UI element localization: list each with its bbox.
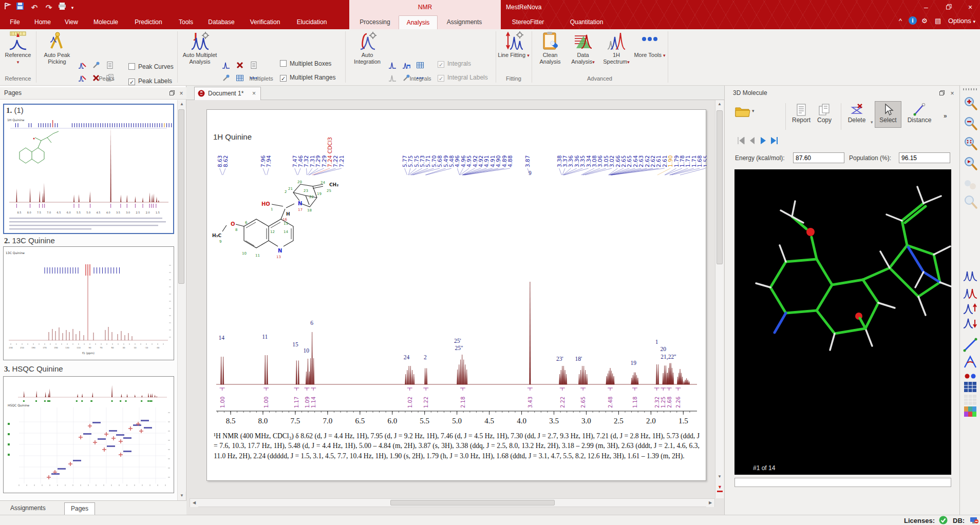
checkbox-multiplet-boxes[interactable]: Multiplet Boxes	[280, 60, 331, 69]
open-dropdown-icon[interactable]: ▾	[752, 108, 755, 113]
angle-measure-icon[interactable]	[963, 354, 978, 370]
panel-tab-assignments[interactable]: Assignments	[4, 502, 52, 515]
peak-up-icon[interactable]	[963, 301, 978, 317]
spectrum-superimpose-icon[interactable]	[963, 268, 978, 284]
float-panel-icon[interactable]	[168, 90, 176, 97]
delete-dropdown-icon[interactable]: ▾	[871, 120, 873, 125]
scroll-down-icon[interactable]: ▼	[178, 492, 186, 500]
toolbar-overflow-icon[interactable]: »	[944, 112, 947, 120]
spectrum-stack-icon[interactable]	[963, 286, 978, 301]
checkbox-peak-curves[interactable]: Peak Curves	[128, 63, 174, 72]
molecule-structure[interactable]: HO1H16N17220212223191824CH₂25O8H₃C9N1312…	[208, 179, 362, 271]
delete-multiplets-icon[interactable]	[236, 61, 247, 72]
clean-analysis-button[interactable]: Clean Analysis	[534, 31, 566, 65]
tab-prediction[interactable]: Prediction	[127, 15, 169, 29]
distance-measure-icon[interactable]	[963, 337, 978, 353]
zoom-in-icon[interactable]	[963, 95, 978, 111]
collapse-ribbon-icon[interactable]: ^	[899, 17, 902, 25]
scroll-up-icon[interactable]: ▲	[715, 100, 724, 108]
document-log-icon[interactable]: ▤	[935, 17, 941, 25]
options-menu[interactable]: Options ▾	[948, 17, 975, 25]
print-icon[interactable]	[56, 2, 68, 13]
scroll-left-icon[interactable]: ◀	[190, 499, 198, 507]
delete-button[interactable]: Delete ▾	[842, 103, 872, 124]
auto-integration-button[interactable]: Auto Integration	[348, 31, 386, 65]
tab-processing[interactable]: Processing	[353, 15, 397, 29]
zoom-previous-icon[interactable]	[963, 155, 978, 171]
document-canvas[interactable]: 1H Quinine 8.58.07.57.06.56.05.55.04.54.…	[186, 100, 715, 498]
tab-verification[interactable]: Verification	[242, 15, 288, 29]
tab-database[interactable]: Database	[202, 15, 240, 29]
more-tools-button[interactable]: More Tools ▾	[634, 31, 666, 59]
atom-pair-icon[interactable]	[963, 177, 978, 192]
color-grid-icon[interactable]	[963, 404, 978, 419]
page-thumbnail-2[interactable]: 13C Quinine23021019017015013011090705030…	[3, 246, 174, 360]
manual-integral-icon[interactable]	[388, 61, 400, 72]
scroll-down-icon[interactable]: ▼	[715, 473, 724, 481]
settings-gear-icon[interactable]: ⚙	[921, 17, 928, 25]
document-vertical-scrollbar[interactable]: ▲ ▼ ▼	[715, 100, 724, 498]
tab-home[interactable]: Home	[29, 15, 56, 29]
checkbox-box[interactable]: ✓	[438, 61, 444, 68]
checkbox-integrals[interactable]: ✓Integrals	[438, 60, 471, 69]
copy-button[interactable]: Copy	[811, 103, 838, 124]
tab-analysis[interactable]: Analysis	[399, 15, 438, 29]
tab-assignments[interactable]: Assignments	[440, 15, 489, 29]
auto-peak-picking-button[interactable]: Auto Peak Picking	[38, 31, 76, 65]
page-thumbnail-1[interactable]: 1. (1) 1H Quinine8.58.07.57.06.56.05.55.…	[3, 104, 174, 234]
close-button[interactable]: ×	[962, 1, 979, 13]
select-button[interactable]: Select	[875, 101, 901, 128]
data-analysis-button[interactable]: Data Analysis▾	[567, 31, 599, 66]
peak-down-icon[interactable]	[963, 316, 978, 331]
close-document-icon[interactable]: ×	[252, 90, 256, 97]
print-dropdown-icon[interactable]: ▾	[67, 2, 78, 13]
page-fit-button[interactable]: ▼	[716, 483, 724, 497]
molecule-3d-viewport[interactable]: #1 of 14	[734, 169, 951, 475]
panel-tab-pages[interactable]: Pages	[64, 502, 95, 515]
tab-tools[interactable]: Tools	[172, 15, 200, 29]
tab-molecule[interactable]: Molecule	[86, 15, 125, 29]
save-integrals-icon[interactable]	[402, 61, 413, 72]
document-tab[interactable]: Document 1* ×	[194, 87, 261, 100]
page-thumbnail-3[interactable]: HSQC Quinine	[3, 376, 174, 493]
scroll-up-icon[interactable]: ▲	[178, 100, 186, 108]
population-field[interactable]	[899, 152, 950, 163]
undo-icon[interactable]: ↶	[29, 2, 40, 13]
close-panel-icon[interactable]: ×	[949, 90, 956, 97]
auto-multiplet-button[interactable]: J Auto Multiplet Analysis	[180, 31, 220, 65]
peak-tools-icon[interactable]	[92, 61, 103, 72]
tab-view[interactable]: View	[59, 15, 84, 29]
restore-button[interactable]	[940, 1, 957, 13]
tab-elucidation[interactable]: Elucidation	[290, 15, 334, 29]
peak-by-peak-icon[interactable]	[78, 61, 89, 72]
manual-multiplet-icon[interactable]	[222, 61, 233, 72]
tab-file[interactable]: File	[3, 15, 27, 29]
close-panel-icon[interactable]: ×	[178, 90, 185, 97]
info-icon[interactable]: i	[908, 16, 917, 27]
line-fitting-button[interactable]: Line Fitting ▾	[497, 31, 530, 59]
minimize-button[interactable]: –	[917, 1, 935, 13]
checkbox-box[interactable]	[280, 60, 287, 67]
checkbox-box[interactable]	[128, 63, 135, 70]
zoom-fit-icon[interactable]	[963, 135, 978, 151]
tab-stereofitter[interactable]: StereoFitter	[503, 15, 553, 29]
redo-icon[interactable]: ↷	[43, 2, 54, 13]
licenses-ok-icon[interactable]	[939, 516, 948, 525]
db-status-icon[interactable]	[970, 516, 978, 525]
magnifier-disabled-icon[interactable]	[963, 194, 978, 209]
save-icon[interactable]	[14, 2, 26, 13]
float-panel-icon[interactable]	[938, 90, 946, 97]
scroll-right-icon[interactable]: ▶	[706, 499, 714, 507]
integrals-table-icon[interactable]	[416, 61, 427, 72]
energy-field[interactable]	[793, 152, 844, 163]
tab-quantitation[interactable]: Quantitation	[562, 15, 611, 29]
pages-scrollbar[interactable]: ▲ ▼	[177, 100, 185, 500]
spectrum-canvas[interactable]: 8.58.07.57.06.56.05.55.04.54.03.53.02.52…	[207, 110, 707, 481]
multiplets-report-icon[interactable]	[250, 61, 261, 72]
open-molecule-button[interactable]: ▾	[735, 105, 758, 123]
zoom-out-icon[interactable]	[963, 115, 978, 131]
document-horizontal-scrollbar[interactable]: ◀ ▶	[190, 498, 715, 507]
toolbar-drag-handle[interactable]	[963, 88, 977, 90]
h1-spectrum-button[interactable]: 1H Spectrum▾	[600, 31, 633, 66]
distance-button[interactable]: Distance	[903, 103, 935, 124]
